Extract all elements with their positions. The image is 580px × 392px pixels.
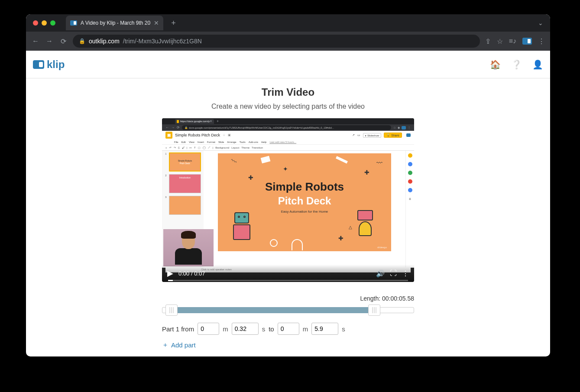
help-icon[interactable]: ❔ (511, 59, 522, 70)
user-icon[interactable]: 👤 (532, 59, 543, 70)
window-controls (33, 20, 62, 26)
trim-slider[interactable] (162, 305, 414, 316)
progress-bar[interactable] (168, 280, 408, 281)
unit-s: s (342, 325, 345, 333)
star-icon: ☆ (393, 126, 396, 130)
unit-m: m (303, 325, 308, 333)
inner-tab-strip: https://docs.google.com/p ✕ + (162, 118, 414, 124)
menu-slide: Slide (218, 141, 224, 143)
plus-icon: ＋ (162, 341, 168, 349)
cursor-icon: ▭ (189, 146, 192, 149)
chevron-down-icon[interactable]: ⌄ (538, 19, 550, 26)
decoration-icon: ✦ (283, 165, 288, 172)
logo[interactable]: klip (33, 58, 65, 71)
rail-icon (408, 153, 412, 158)
window-close-icon[interactable] (33, 20, 38, 26)
inner-address-bar: 🔒 docs.google.com/presentation/d/1y7L582… (182, 125, 391, 130)
camera-icon (70, 20, 77, 26)
forward-icon[interactable]: → (45, 37, 54, 45)
slides-menu-bar: File Edit View Insert Format Slide Arran… (162, 139, 414, 145)
slide-title: Simple Robots (218, 180, 391, 194)
inner-tab-title: https://docs.google.com/p (180, 120, 210, 123)
to-min-input[interactable] (278, 323, 299, 335)
part-time-row: Part 1 from m s to m s (162, 323, 414, 335)
menu-view: View (189, 141, 194, 143)
undo-icon: ↶ (169, 146, 172, 149)
rail-icon (408, 179, 412, 184)
slidesgo-brand: slidesgo (377, 246, 387, 249)
slide-canvas: 〰 ✦ ✚ ✚ 〰 △ ✚ Simple Robots Pitch Deck E (204, 151, 405, 268)
logo-text: klip (47, 58, 65, 71)
image-icon: ▢ (198, 146, 201, 149)
back-icon[interactable]: ← (31, 37, 40, 45)
slides-favicon-icon (177, 120, 179, 123)
slider-handle-left[interactable] (165, 305, 178, 316)
menu-insert: Insert (198, 141, 204, 143)
time-display: 0:00 / 0:07 (178, 270, 205, 277)
kebab-menu-icon[interactable]: ⋮ (402, 269, 409, 278)
to-sec-input[interactable] (311, 323, 338, 335)
close-icon: ✕ (210, 120, 212, 123)
doc-title: Simple Robots Pitch Deck (175, 133, 220, 137)
tb-layout: Layout (231, 146, 239, 149)
inner-browser-tab: https://docs.google.com/p ✕ (175, 119, 214, 124)
rail-icon (408, 188, 412, 192)
rail-icon (408, 171, 412, 175)
star-icon: ☆ (223, 133, 225, 137)
decoration-icon (292, 239, 303, 250)
share-icon[interactable]: ⇪ (485, 37, 491, 45)
thumbnail-1: 1Simple RobotsPitch Deck (165, 152, 201, 172)
new-tab-button[interactable]: + (167, 19, 180, 28)
address-bar[interactable]: 🔒 outklip.com/trim/-Mxm3uJvwIijhc6z1G8N (73, 35, 480, 48)
slides-toolbar: + ↶ ↷ ⎙ 🖌 | ▭ T ▢ ◯ ／ | Background Layou… (162, 145, 414, 151)
robot-illustration-icon (352, 210, 378, 245)
camera-extension-icon[interactable] (522, 38, 532, 45)
slider-handle-right[interactable] (368, 305, 380, 316)
url-path: /trim/-Mxm3uJvwIijhc6z1G8N (123, 38, 202, 45)
camera-icon (402, 126, 406, 130)
video-player[interactable]: https://docs.google.com/p ✕ + ← → ⟳ 🔒 do… (162, 118, 414, 282)
extension-icon: ◆ (398, 126, 400, 130)
video-controls: ▶ 0:00 / 0:07 🔊 ⛶ ⋮ (162, 265, 414, 282)
menu-file: File (174, 141, 178, 143)
shape-icon: ◯ (203, 146, 206, 149)
decoration-icon: 〰 (230, 157, 238, 166)
paint-icon: 🖌 (182, 146, 185, 149)
menu-format: Format (207, 141, 215, 143)
lock-icon: 🔒 (185, 126, 188, 129)
from-min-input[interactable] (198, 323, 219, 335)
url-host: outklip.com (89, 38, 120, 45)
add-part-button[interactable]: ＋ Add part (162, 341, 196, 349)
app-header: klip 🏠 ❔ 👤 (26, 51, 550, 78)
fullscreen-icon[interactable]: ⛶ (390, 269, 397, 277)
add-part-label: Add part (171, 341, 196, 349)
line-icon: ／ (208, 146, 211, 149)
decoration-icon (261, 156, 271, 164)
reload-icon[interactable]: ⟳ (59, 37, 68, 45)
toolbar-right-icons: ⇪ ☆ ≡♪ ⋮ (485, 37, 545, 45)
close-icon[interactable]: ✕ (154, 19, 159, 26)
from-sec-input[interactable] (232, 323, 259, 335)
lock-icon: 🔒 (79, 38, 85, 44)
kebab-menu-icon[interactable]: ⋮ (538, 37, 545, 45)
page-title: Trim Video (26, 86, 550, 98)
thumbnail-2: 2Introduction (165, 174, 201, 193)
back-icon: ← (165, 126, 169, 130)
menu-tools: Tools (240, 141, 246, 143)
play-icon[interactable]: ▶ (167, 269, 173, 278)
unit-m: m (223, 325, 228, 333)
window-minimize-icon[interactable] (42, 20, 47, 26)
decoration-icon (270, 239, 278, 247)
window-maximize-icon[interactable] (50, 20, 55, 26)
textbox-icon: T (194, 146, 196, 149)
volume-icon[interactable]: 🔊 (376, 269, 385, 278)
slides-title-bar: ▣ Simple Robots Pitch Deck ☆ ▣ ↗ ▭ ▸ Sli… (162, 131, 414, 139)
length-label: Length: 00:00:05.58 (162, 295, 414, 302)
print-icon: ⎙ (178, 146, 180, 149)
home-icon[interactable]: 🏠 (490, 59, 501, 70)
playlist-icon[interactable]: ≡♪ (509, 37, 516, 45)
last-edit: Last edit was 5 hours... (269, 141, 296, 143)
star-icon[interactable]: ☆ (497, 37, 503, 45)
browser-window: A Video by Klip - March 9th 20 ✕ + ⌄ ← →… (26, 14, 550, 356)
browser-tab[interactable]: A Video by Klip - March 9th 20 ✕ (66, 16, 163, 30)
